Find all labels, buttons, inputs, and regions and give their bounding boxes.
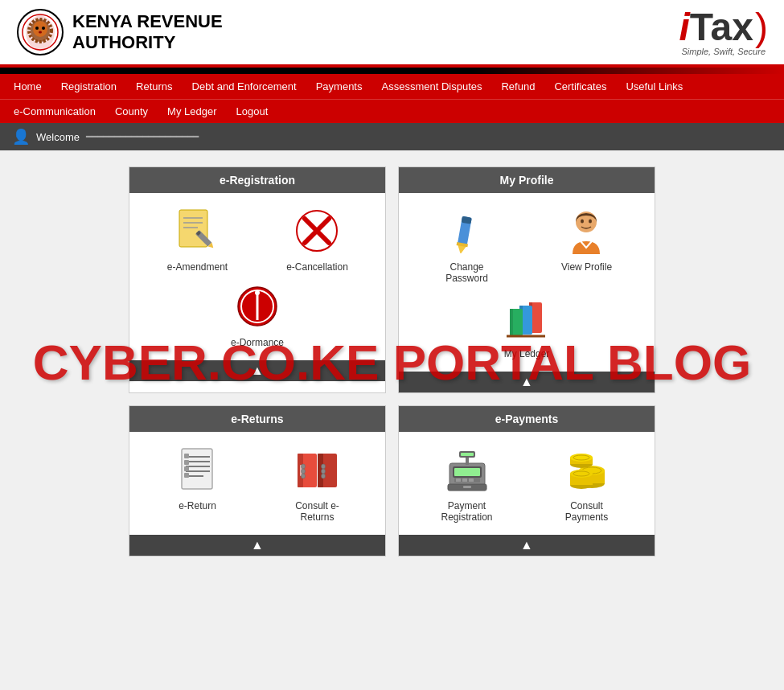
nav-home[interactable]: Home — [4, 74, 51, 99]
main-content: e-Registration — [0, 150, 784, 573]
myprofile-footer: ▲ — [399, 372, 655, 392]
svg-rect-65 — [463, 486, 471, 488]
kra-logo: Kenya Revenue Authority — [16, 8, 223, 56]
user-info: ━━━━━━━━━━━━━━━━━━━━ — [86, 131, 199, 142]
nav-payments[interactable]: Payments — [306, 74, 372, 99]
ecancellation-item[interactable]: e-Cancellation — [281, 205, 354, 273]
itax-tagline: Simple, Swift, Secure — [681, 47, 766, 56]
myledger-item[interactable]: My Ledger — [491, 292, 563, 359]
nav-my-ledger[interactable]: My Ledger — [158, 100, 226, 123]
svg-rect-42 — [184, 454, 189, 458]
header: Kenya Revenue Authority iTax ) Simple, S… — [0, 0, 784, 68]
kra-name: Kenya Revenue Authority — [72, 11, 223, 54]
myprofile-body: Change Password — [399, 193, 655, 372]
nav-returns[interactable]: Returns — [126, 74, 183, 99]
nav-logout[interactable]: Logout — [227, 100, 278, 123]
eregistration-card: e-Registration — [129, 166, 386, 393]
itax-swoosh: ) — [755, 8, 768, 47]
nav-county[interactable]: County — [105, 100, 158, 123]
ereturns-card: e-Returns — [129, 405, 386, 557]
itax-i: i — [679, 6, 690, 48]
epayments-body: Payment Registration — [399, 432, 655, 535]
svg-point-54 — [321, 464, 325, 469]
kra-logo-icon — [16, 8, 64, 56]
nav-refund[interactable]: Refund — [491, 74, 544, 99]
svg-point-56 — [321, 474, 325, 478]
itax-tax: Tax — [690, 6, 753, 48]
edormance-label: e-Dormance — [231, 337, 284, 348]
epayments-card: e-Payments — [398, 405, 655, 557]
paymentreg-label: Payment Registration — [431, 500, 503, 523]
epayments-header: e-Payments — [399, 406, 655, 432]
svg-rect-44 — [184, 466, 189, 471]
paymentreg-item[interactable]: Payment Registration — [431, 444, 503, 523]
viewprofile-label: View Profile — [561, 261, 612, 273]
svg-point-21 — [255, 290, 260, 295]
svg-point-7 — [39, 31, 42, 34]
svg-point-51 — [301, 474, 305, 478]
eamendment-label: e-Amendment — [167, 261, 228, 273]
eregistration-header: e-Registration — [129, 167, 385, 193]
nav-registration[interactable]: Registration — [51, 74, 126, 99]
user-icon: 👤 — [12, 128, 30, 146]
myprofile-card: My Profile — [398, 166, 655, 393]
ecancellation-icon — [291, 205, 343, 257]
epayments-footer: ▲ — [399, 535, 655, 556]
consultpay-label: Consult Payments — [551, 500, 623, 523]
header-divider — [0, 68, 784, 74]
itax-logo: iTax ) Simple, Swift, Secure — [679, 8, 768, 56]
paymentreg-icon — [441, 444, 493, 496]
ereturn-item[interactable]: e-Return — [162, 444, 234, 523]
changepassword-icon — [441, 205, 493, 257]
welcome-bar: 👤 Welcome ━━━━━━━━━━━━━━━━━━━━ — [0, 123, 784, 150]
svg-rect-59 — [454, 468, 480, 476]
consultereturn-label: Consult e-Returns — [281, 500, 354, 523]
edormance-icon — [232, 281, 284, 333]
ereturn-icon — [171, 444, 224, 496]
nav-assessment[interactable]: Assessment Disputes — [371, 74, 491, 99]
nav-useful-links[interactable]: Useful Links — [616, 74, 692, 99]
ereturns-footer: ▲ — [129, 535, 385, 556]
consultereturn-icon — [291, 444, 343, 496]
svg-point-6 — [42, 27, 45, 30]
nav-bottom: e-Communication County My Ledger Logout — [0, 99, 784, 123]
changepassword-item[interactable]: Change Password — [431, 205, 503, 284]
nav-certificates[interactable]: Certificates — [544, 74, 616, 99]
main-content-wrapper: CYBER.CO.KE PORTAL BLOG e-Registration — [0, 150, 784, 573]
myprofile-header: My Profile — [399, 167, 655, 193]
consultpay-item[interactable]: Consult Payments — [551, 444, 623, 523]
svg-point-55 — [321, 469, 325, 474]
ereturn-label: e-Return — [179, 500, 216, 511]
nav-ecommunication[interactable]: e-Communication — [4, 100, 105, 123]
svg-rect-43 — [184, 460, 189, 465]
svg-point-5 — [35, 27, 39, 30]
myledger-icon — [501, 292, 553, 344]
svg-point-49 — [301, 464, 305, 469]
consultereturn-item[interactable]: Consult e-Returns — [281, 444, 354, 523]
nav-debt[interactable]: Debt and Enforcement — [183, 74, 306, 99]
eregistration-body: e-Amendment e-Cancellation — [129, 193, 385, 360]
bottom-cards-row: e-Returns — [24, 405, 760, 557]
myledger-label: My Ledger — [504, 348, 550, 359]
ereturns-body: e-Return — [129, 432, 385, 535]
welcome-text: Welcome — [36, 131, 80, 143]
viewprofile-icon — [560, 205, 613, 257]
ecancellation-label: e-Cancellation — [286, 261, 348, 273]
svg-rect-45 — [184, 473, 189, 478]
svg-rect-63 — [469, 478, 474, 482]
svg-point-3 — [33, 21, 47, 37]
svg-point-27 — [581, 219, 584, 223]
svg-rect-62 — [462, 478, 467, 482]
edormance-item[interactable]: e-Dormance — [221, 281, 293, 348]
changepassword-label: Change Password — [431, 261, 503, 284]
viewprofile-item[interactable]: View Profile — [551, 205, 623, 284]
svg-rect-34 — [510, 309, 513, 336]
eamendment-item[interactable]: e-Amendment — [162, 205, 234, 273]
svg-rect-68 — [461, 453, 474, 456]
eamendment-icon — [171, 205, 224, 257]
svg-rect-61 — [456, 478, 461, 482]
eregistration-footer: ▲ — [129, 360, 385, 381]
top-cards-row: e-Registration — [24, 166, 760, 393]
ereturns-header: e-Returns — [129, 406, 385, 432]
svg-point-28 — [589, 219, 592, 223]
